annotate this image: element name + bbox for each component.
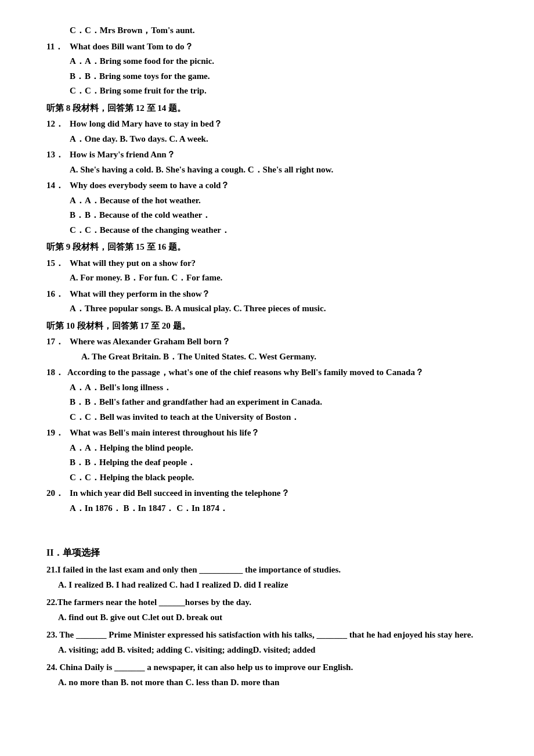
section-10-header: 听第 10 段材料，回答第 17 至 20 题。	[46, 319, 499, 334]
question-20: 20． In which year did Bell succeed in in…	[46, 486, 499, 516]
section-9-header: 听第 9 段材料，回答第 15 至 16 题。	[46, 240, 499, 255]
q11-option-a: A． A．Bring some food for the picnic.	[70, 54, 499, 69]
q14-option-b: B． B．Because of the cold weather．	[70, 208, 499, 223]
q23-options: A. visiting; add B. visited; adding C. v…	[58, 643, 499, 658]
q19-option-c: C． C．Helping the black people.	[70, 470, 499, 485]
q24-text: 24. China Daily is _______ a newspaper, …	[46, 660, 499, 675]
q23-text: 23. The _______ Prime Minister expressed…	[46, 628, 499, 643]
question-15: 15． What will they put on a show for? A.…	[46, 256, 499, 286]
question-16: 16． What will they perform in the show？ …	[46, 287, 499, 316]
q18-option-b: B． B．Bell's father and grandfather had a…	[70, 395, 499, 410]
question-19: 19． What was Bell's main interest throug…	[46, 426, 499, 485]
option-c-mrsbrown: C． C．Mrs Brown，Tom's aunt.	[46, 23, 499, 38]
q18-option-c: C． C．Bell was invited to teach at the Un…	[70, 410, 499, 425]
question-13: 13． How is Mary's friend Ann？ A. She's h…	[46, 147, 499, 177]
q14-option-a: A． A．Because of the hot weather.	[70, 193, 499, 208]
part-2-header: II．单项选择	[46, 545, 499, 560]
question-24: 24. China Daily is _______ a newspaper, …	[46, 660, 499, 690]
question-17: 17． Where was Alexander Graham Bell born…	[46, 334, 499, 364]
q24-options: A. no more than B. not more than C. less…	[58, 675, 499, 690]
q18-option-a: A． A．Bell's long illness．	[70, 380, 499, 395]
question-14: 14． Why does everybody seem to have a co…	[46, 178, 499, 237]
q11-option-c2: C． C．Bring some fruit for the trip.	[70, 84, 499, 99]
section-8-header: 听第 8 段材料，回答第 12 至 14 题。	[46, 101, 499, 116]
divider	[46, 521, 499, 537]
question-12: 12． How long did Mary have to stay in be…	[46, 117, 499, 146]
question-23: 23. The _______ Prime Minister expressed…	[46, 628, 499, 658]
q15-options: A. For money. B．For fun. C．For fame.	[70, 271, 499, 286]
q16-options: A．Three popular songs. B. A musical play…	[70, 301, 499, 316]
q19-option-b: B． B．Helping the deaf people．	[70, 455, 499, 470]
question-22: 22.The farmers near the hotel ______hors…	[46, 595, 499, 625]
q21-options: A. I realized B. I had realized C. had I…	[58, 578, 499, 593]
q19-option-a: A． A．Helping the blind people.	[70, 441, 499, 456]
question-11: 11． What does Bill want Tom to do？ A． A．…	[46, 39, 499, 99]
question-18: 18． According to the passage，what's one …	[46, 365, 499, 424]
q21-text: 21.I failed in the last exam and only th…	[46, 563, 499, 578]
q12-options: A．One day. B. Two days. C. A week.	[70, 132, 499, 147]
q20-options: A．In 1876． B．In 1847． C．In 1874．	[70, 501, 499, 516]
q13-options: A. She's having a cold. B. She's having …	[70, 163, 499, 178]
q22-text: 22.The farmers near the hotel ______hors…	[46, 595, 499, 610]
q14-option-c: C． C．Because of the changing weather．	[70, 223, 499, 238]
q22-options: A. find out B. give out C.let out D. bre…	[58, 610, 499, 625]
q17-options: A. The Great Britain. B．The United State…	[81, 350, 499, 365]
question-21: 21.I failed in the last exam and only th…	[46, 563, 499, 593]
q11-option-b: B． B．Bring some toys for the game.	[70, 69, 499, 84]
